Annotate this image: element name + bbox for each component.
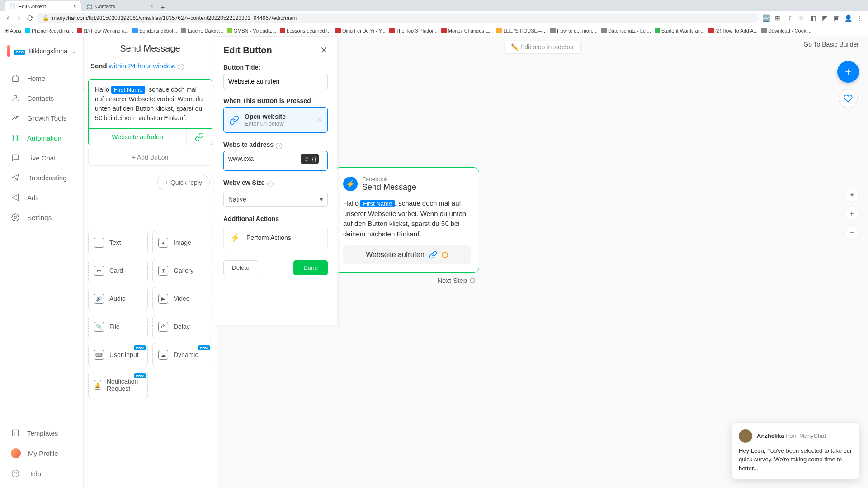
- block-card[interactable]: ▭Card: [88, 259, 148, 282]
- block-delay[interactable]: ⏱Delay: [152, 315, 212, 338]
- block-file[interactable]: 📎File: [88, 315, 148, 338]
- done-button[interactable]: Done: [293, 260, 328, 275]
- block-video[interactable]: ▶Video: [152, 287, 212, 310]
- bookmark-item[interactable]: Eigene Dateie...: [181, 28, 223, 33]
- when-pressed-label: When This Button is Pressed: [223, 97, 328, 104]
- dynamic-icon: ☁: [158, 350, 168, 360]
- bookmark-item[interactable]: (1) How Working a...: [77, 28, 129, 33]
- add-button[interactable]: + Add Button: [88, 149, 212, 166]
- close-icon[interactable]: ×: [150, 3, 153, 9]
- growth-icon: [11, 113, 20, 122]
- bookmark-item[interactable]: Datenschutz - Lei...: [601, 28, 651, 33]
- block-text[interactable]: ≡Text: [88, 231, 148, 254]
- bookmark-item[interactable]: Phone Recycling...: [25, 28, 73, 33]
- favorite-fab[interactable]: [839, 89, 858, 108]
- help-icon[interactable]: ?: [276, 143, 282, 149]
- apps-button[interactable]: ⊞ Apps: [5, 28, 21, 33]
- block-image[interactable]: ▲Image: [152, 231, 212, 254]
- send-message-node[interactable]: ⚡ Facebook Send Message Hallo First Name…: [335, 167, 479, 273]
- open-website-action[interactable]: Open website Enter url below ×: [223, 107, 328, 133]
- first-name-tag[interactable]: First Name: [111, 86, 146, 94]
- message-card[interactable]: ▲ Hallo First Name, schaue doch mal auf …: [88, 79, 212, 145]
- extension-icon[interactable]: ◩: [821, 14, 828, 22]
- sidebar-item-home[interactable]: Home: [0, 68, 83, 88]
- delete-button[interactable]: Delete: [223, 260, 258, 275]
- perform-actions-button[interactable]: ⚡ Perform Actions: [223, 226, 328, 249]
- connector-dot[interactable]: [442, 252, 448, 258]
- bookmark-item[interactable]: Lessons Learned f...: [280, 28, 332, 33]
- star-icon[interactable]: ☆: [797, 14, 805, 22]
- bookmark-item[interactable]: (2) How To Add A...: [708, 28, 758, 33]
- back-icon[interactable]: [5, 14, 12, 22]
- sidebar-item-settings[interactable]: Settings: [0, 207, 83, 227]
- bookmark-item[interactable]: Money Changes E...: [441, 28, 493, 33]
- bookmark-item[interactable]: Sonderangebot!..: [132, 28, 177, 33]
- remove-action-icon[interactable]: ×: [317, 115, 322, 125]
- extension-icon[interactable]: ◧: [809, 14, 816, 22]
- block-userinput[interactable]: ⌨User InputPRO: [88, 343, 148, 366]
- bookmark-item[interactable]: Download - Cooki...: [761, 28, 811, 33]
- sidebar-item-growth[interactable]: Growth Tools: [0, 108, 83, 128]
- sidebar-item-profile[interactable]: My Profile: [0, 443, 83, 464]
- sidebar-item-livechat[interactable]: Live Chat: [0, 148, 83, 168]
- support-chat-widget[interactable]: Anzhelika from ManyChat Hey Leon, You've…: [732, 423, 859, 479]
- sidebar-item-templates[interactable]: Templates: [0, 423, 83, 443]
- close-icon[interactable]: ✕: [320, 45, 328, 56]
- reload-icon[interactable]: [26, 14, 33, 22]
- quick-reply-button[interactable]: + Quick reply: [157, 175, 210, 190]
- wand-icon[interactable]: ✦: [844, 188, 859, 202]
- url-input[interactable]: 🔒manychat.com/fb198150208192061/cms/file…: [37, 13, 759, 23]
- sidebar-item-ads[interactable]: Ads: [0, 188, 83, 207]
- help-icon[interactable]: ?: [267, 181, 274, 187]
- forward-icon[interactable]: [15, 14, 23, 22]
- button-title-input[interactable]: [223, 74, 328, 89]
- message-button[interactable]: Webseite aufrufen: [89, 129, 187, 145]
- chat-message: Hey Leon, You've been selected to take o…: [739, 446, 853, 473]
- webview-size-select[interactable]: Native▾: [223, 192, 328, 207]
- bookmark-item[interactable]: Student Wants an...: [655, 28, 705, 33]
- first-name-tag: First Name: [360, 200, 395, 207]
- sidebar-item-broadcasting[interactable]: Broadcasting: [0, 168, 83, 188]
- emoji-icon[interactable]: ☺: [303, 155, 309, 162]
- text-icon: ≡: [94, 238, 104, 248]
- send-window-link[interactable]: within 24 hour window: [109, 62, 176, 70]
- edit-step-hint[interactable]: ✏️ Edit step in sidebar: [505, 41, 580, 53]
- block-gallery[interactable]: ⊞Gallery: [152, 259, 212, 282]
- next-step-connector[interactable]: Next Step: [437, 277, 475, 284]
- bookmark-item[interactable]: How to get more...: [550, 28, 598, 33]
- zoom-out-icon[interactable]: −: [844, 225, 859, 240]
- node-button[interactable]: Webseite aufrufen: [343, 245, 471, 264]
- share-icon[interactable]: ⤴: [786, 14, 793, 22]
- browser-tab[interactable]: 📇Contacts×: [81, 1, 158, 11]
- sidebar-item-contacts[interactable]: Contacts: [0, 88, 83, 108]
- node-message-body: Hallo First Name, schaue doch mal auf un…: [343, 198, 471, 239]
- profile-icon[interactable]: 👤: [844, 14, 852, 22]
- workspace-selector[interactable]: PRO Bildungsfirma ⌄: [7, 45, 76, 57]
- help-icon[interactable]: ?: [178, 64, 184, 70]
- bookmark-item[interactable]: Qing Fei De Yi - Y...: [335, 28, 386, 33]
- menu-icon[interactable]: ⋮: [856, 14, 863, 22]
- basic-builder-link[interactable]: Go To Basic Builder: [803, 41, 859, 48]
- new-tab-button[interactable]: +: [158, 4, 167, 11]
- zoom-in-icon[interactable]: +: [844, 206, 859, 221]
- add-fab[interactable]: +: [837, 61, 859, 83]
- message-text[interactable]: Hallo First Name, schaue doch mal auf un…: [89, 80, 212, 128]
- extension-icon[interactable]: ⊞: [774, 14, 781, 22]
- browser-tab-active[interactable]: 📄Edit Content×: [5, 1, 81, 11]
- block-audio[interactable]: 🔊Audio: [88, 287, 148, 310]
- bookmark-item[interactable]: GMSN - Vologda,...: [227, 28, 277, 33]
- close-icon[interactable]: ×: [73, 3, 76, 9]
- bookmark-item[interactable]: The Top 3 Platfor...: [389, 28, 438, 33]
- website-address-label: Website address: [223, 141, 274, 148]
- ads-icon: [11, 193, 20, 202]
- bookmark-item[interactable]: LEE 'S HOUSE—...: [496, 28, 547, 33]
- input-toolbar[interactable]: ☺{}: [301, 154, 319, 164]
- automation-icon: [11, 133, 20, 142]
- translate-icon[interactable]: 🔤: [762, 14, 769, 22]
- extension-icon[interactable]: ▣: [833, 14, 840, 22]
- block-dynamic[interactable]: ☁DynamicPRO: [152, 343, 212, 366]
- block-notification[interactable]: 🔔Notification RequestPRO: [88, 371, 148, 399]
- variable-icon[interactable]: {}: [312, 155, 316, 162]
- sidebar-item-help[interactable]: Help: [0, 464, 83, 483]
- sidebar-item-automation[interactable]: Automation: [0, 128, 83, 148]
